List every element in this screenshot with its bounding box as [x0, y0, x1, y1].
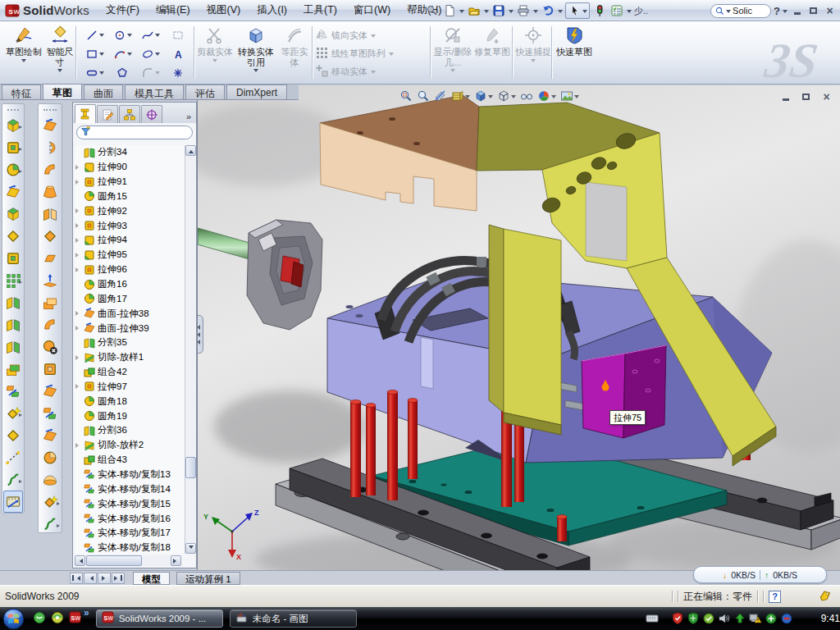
panel-overflow-button[interactable]: »: [183, 112, 194, 123]
media-ball-launcher[interactable]: [51, 611, 64, 627]
solidworks-launcher-launcher[interactable]: SW: [69, 611, 82, 627]
menu-0[interactable]: 文件(F): [98, 0, 148, 21]
swept-surface-button[interactable]: [39, 158, 62, 180]
tree-item[interactable]: 圆角18: [75, 394, 184, 409]
sketch-entity-textA-button[interactable]: A: [164, 44, 192, 63]
sketch-button[interactable]: 草图绘制: [5, 24, 43, 83]
instant3d-measure-button[interactable]: [3, 491, 23, 513]
menu-3[interactable]: 插入(I): [249, 0, 295, 21]
doc-close-button[interactable]: ×: [819, 90, 833, 103]
minimize-button[interactable]: [790, 5, 804, 17]
quick-snaps-button[interactable]: 快速捕捉: [515, 24, 551, 83]
hscroll-thumb[interactable]: [86, 555, 142, 566]
tree-item[interactable]: 切除-放样2: [75, 438, 184, 453]
doc-restore-button[interactable]: [799, 90, 813, 103]
menu-5[interactable]: 窗口(W): [345, 0, 399, 21]
view-orientation-button[interactable]: [451, 89, 470, 103]
tree-item[interactable]: 实体-移动/复制13: [75, 468, 184, 482]
tray-health-plus-icon[interactable]: [765, 612, 778, 625]
menu-2[interactable]: 视图(V): [199, 0, 249, 21]
messenger-launcher[interactable]: [33, 611, 46, 627]
propertymanager-tab[interactable]: [97, 105, 118, 123]
scroll-down-button[interactable]: [185, 543, 196, 554]
smart-dimension-button[interactable]: 智能尺寸: [43, 24, 77, 83]
delete-body-button[interactable]: [2, 424, 24, 446]
sketch-entity-spline-button[interactable]: [136, 25, 164, 44]
tag-icon[interactable]: [819, 590, 832, 604]
sketch-entity-polygon-button[interactable]: [108, 63, 136, 82]
tree-item[interactable]: 拉伸95: [75, 248, 184, 262]
help-button[interactable]: ?: [774, 5, 780, 17]
tray-security-shield-icon[interactable]: [687, 612, 700, 625]
shell-feature-button[interactable]: [2, 247, 24, 269]
search-box[interactable]: [710, 4, 771, 18]
tree-item[interactable]: 拉伸91: [75, 175, 184, 189]
tree-item[interactable]: 曲面-拉伸38: [75, 306, 184, 321]
command-tab-0[interactable]: 特征: [2, 84, 41, 99]
surface-curves-button[interactable]: [39, 513, 62, 535]
taskbar-window-1[interactable]: 未命名 - 画图: [230, 609, 357, 628]
sketch-entity-rect-button[interactable]: [80, 44, 108, 63]
dimxpertmanager-tab[interactable]: [141, 105, 162, 123]
tree-item[interactable]: 曲面-拉伸39: [75, 321, 184, 336]
knit-surface-button[interactable]: [39, 446, 62, 468]
tray-sync-status-icon[interactable]: [780, 612, 793, 625]
tree-item[interactable]: 切除-放样1: [75, 350, 184, 365]
model-tab-0[interactable]: 模型: [133, 572, 170, 585]
tray-update-check-icon[interactable]: [702, 612, 715, 625]
boundary-surface-button[interactable]: [39, 203, 62, 225]
linear-sketch-pattern-button[interactable]: 线性草图阵列: [315, 44, 425, 62]
step-back-button[interactable]: [84, 573, 97, 584]
sketch-entity-ellipse-button[interactable]: [136, 44, 164, 63]
tree-item[interactable]: 圆角19: [75, 409, 184, 423]
tree-item[interactable]: 分割35: [75, 336, 184, 350]
split-body-button[interactable]: [2, 336, 24, 358]
planar-surface-button[interactable]: [39, 247, 62, 269]
linear-pattern-button[interactable]: [2, 269, 24, 291]
combine-bodies-button[interactable]: [2, 313, 24, 336]
net-speed-widget[interactable]: ↓ 0KB/S ↑ 0KB/S: [693, 566, 827, 583]
extend-surface-button[interactable]: [39, 269, 62, 291]
tree-item[interactable]: 拉伸93: [75, 218, 184, 233]
restore-button[interactable]: [806, 5, 820, 17]
freeform-button[interactable]: [39, 491, 62, 513]
delete-face-button[interactable]: [39, 336, 62, 358]
sketch-entity-arc-button[interactable]: [108, 44, 136, 63]
configurationmanager-tab[interactable]: [119, 105, 140, 123]
filled-surface-button[interactable]: [39, 225, 62, 247]
tree-item[interactable]: 拉伸96: [75, 262, 184, 277]
tree-item[interactable]: 组合42: [75, 365, 184, 380]
tree-item[interactable]: 实体-移动/复制16: [75, 511, 184, 526]
status-help-button[interactable]: ?: [769, 591, 781, 603]
save-button[interactable]: [491, 3, 506, 18]
tray-volume-icon[interactable]: [718, 612, 731, 625]
tree-item[interactable]: 分割34: [75, 145, 184, 160]
tree-filter-box[interactable]: [76, 126, 193, 139]
display-style-button[interactable]: [474, 89, 493, 103]
print-button[interactable]: [516, 3, 531, 18]
dome-surface-button[interactable]: [39, 468, 62, 491]
model-tab-1[interactable]: 运动算例 1: [176, 572, 240, 585]
scroll-thumb[interactable]: [185, 457, 196, 478]
select-tool-button[interactable]: [565, 2, 590, 19]
tree-item[interactable]: 实体-移动/复制14: [75, 482, 184, 496]
extruded-cut-button[interactable]: [2, 136, 24, 158]
extruded-surface-button[interactable]: [39, 114, 62, 136]
tree-item[interactable]: 组合43: [75, 453, 184, 468]
scroll-right-button[interactable]: [171, 555, 181, 566]
search-input[interactable]: [733, 6, 765, 16]
sketch-entity-fillet-button[interactable]: [136, 63, 164, 82]
start-button[interactable]: [2, 608, 25, 630]
untrim-surface-button[interactable]: [39, 380, 62, 402]
command-tab-5[interactable]: DimXpert: [226, 84, 287, 99]
move-entities-button[interactable]: 移动实体: [315, 62, 425, 80]
curved-surface-button[interactable]: [39, 313, 62, 336]
edit-appearance-button[interactable]: [537, 89, 556, 103]
tray-antivirus-shield-icon[interactable]: [671, 612, 684, 625]
tree-item[interactable]: 拉伸94: [75, 233, 184, 248]
apply-scene-button[interactable]: [560, 89, 579, 103]
command-tab-1[interactable]: 草图: [43, 84, 82, 99]
scroll-left-button[interactable]: [75, 555, 85, 566]
rebuild-button[interactable]: [592, 3, 607, 18]
model-slide-unit-gray[interactable]: [247, 220, 322, 330]
